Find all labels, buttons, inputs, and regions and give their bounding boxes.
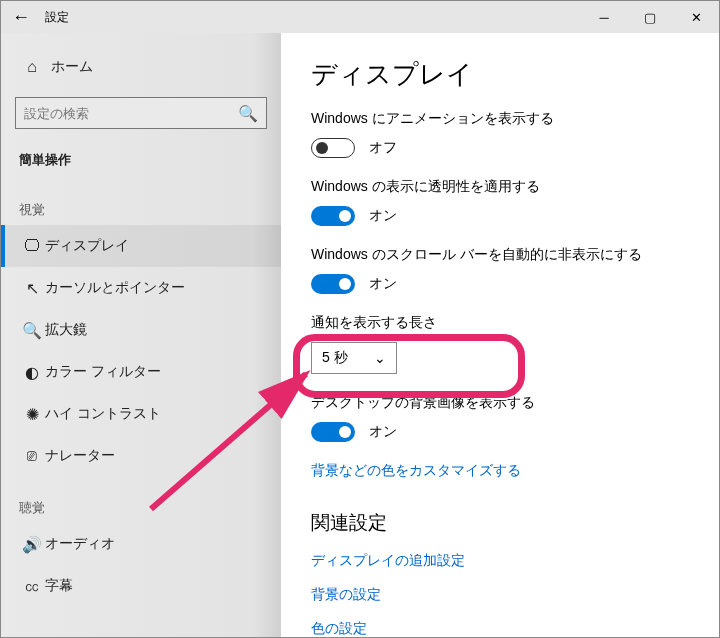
nav-label: ナレーター: [45, 447, 115, 465]
setting-transparency: Windows の表示に透明性を適用する オン: [311, 178, 719, 226]
home-label: ホーム: [45, 58, 93, 76]
window-title: 設定: [41, 9, 69, 26]
back-button[interactable]: ←: [1, 1, 41, 33]
high-contrast-icon: ✺: [19, 405, 45, 424]
nav-label: ハイ コントラスト: [45, 405, 161, 423]
page-title: ディスプレイ: [311, 57, 719, 92]
toggle-state: オン: [369, 275, 397, 293]
nav-label: オーディオ: [45, 535, 115, 553]
sidebar: ⌂ ホーム 🔍 簡単操作 視覚 🖵 ディスプレイ ↖ カーソルとポインター 🔍 …: [1, 33, 281, 637]
setting-scrollbar: Windows のスクロール バーを自動的に非表示にする オン: [311, 246, 719, 294]
customize-colors-link[interactable]: 背景などの色をカスタマイズする: [311, 462, 719, 480]
setting-desktop-bg: デスクトップの背景画像を表示する オン: [311, 394, 719, 442]
nav-magnifier[interactable]: 🔍 拡大鏡: [1, 309, 281, 351]
nav-label: カラー フィルター: [45, 363, 161, 381]
title-bar: ← 設定 ─ ▢ ✕: [1, 1, 719, 33]
narrator-icon: ⎚: [19, 447, 45, 465]
search-box[interactable]: 🔍: [15, 97, 267, 129]
desktop-bg-toggle[interactable]: [311, 422, 355, 442]
home-button[interactable]: ⌂ ホーム: [1, 47, 281, 87]
setting-animations: Windows にアニメーションを表示する オフ: [311, 110, 719, 158]
nav-captions[interactable]: ㏄ 字幕: [1, 565, 281, 607]
animations-toggle[interactable]: [311, 138, 355, 158]
close-button[interactable]: ✕: [673, 1, 719, 33]
toggle-state: オン: [369, 207, 397, 225]
magnifier-icon: 🔍: [19, 321, 45, 340]
setting-label: 通知を表示する長さ: [311, 314, 719, 332]
group-vision-label: 視覚: [1, 179, 281, 225]
minimize-button[interactable]: ─: [581, 1, 627, 33]
related-color-link[interactable]: 色の設定: [311, 620, 719, 637]
search-icon: 🔍: [238, 104, 258, 123]
color-filter-icon: ◐: [19, 363, 45, 382]
home-icon: ⌂: [19, 58, 45, 76]
nav-label: 拡大鏡: [45, 321, 87, 339]
toggle-state: オン: [369, 423, 397, 441]
nav-color-filter[interactable]: ◐ カラー フィルター: [1, 351, 281, 393]
section-header: 簡単操作: [1, 143, 281, 179]
group-hearing-label: 聴覚: [1, 477, 281, 523]
nav-label: カーソルとポインター: [45, 279, 185, 297]
setting-label: Windows のスクロール バーを自動的に非表示にする: [311, 246, 719, 264]
scrollbar-toggle[interactable]: [311, 274, 355, 294]
related-background-link[interactable]: 背景の設定: [311, 586, 719, 604]
maximize-button[interactable]: ▢: [627, 1, 673, 33]
transparency-toggle[interactable]: [311, 206, 355, 226]
setting-label: Windows にアニメーションを表示する: [311, 110, 719, 128]
nav-high-contrast[interactable]: ✺ ハイ コントラスト: [1, 393, 281, 435]
annotation-highlight: [293, 334, 525, 398]
display-icon: 🖵: [19, 237, 45, 255]
nav-label: 字幕: [45, 577, 73, 595]
nav-label: ディスプレイ: [45, 237, 129, 255]
captions-icon: ㏄: [19, 576, 45, 597]
audio-icon: 🔊: [19, 535, 45, 554]
toggle-state: オフ: [369, 139, 397, 157]
cursor-icon: ↖: [19, 279, 45, 298]
nav-cursor[interactable]: ↖ カーソルとポインター: [1, 267, 281, 309]
search-input[interactable]: [24, 106, 238, 121]
nav-audio[interactable]: 🔊 オーディオ: [1, 523, 281, 565]
related-display-link[interactable]: ディスプレイの追加設定: [311, 552, 719, 570]
nav-display[interactable]: 🖵 ディスプレイ: [1, 225, 281, 267]
related-heading: 関連設定: [311, 510, 719, 536]
setting-label: Windows の表示に透明性を適用する: [311, 178, 719, 196]
nav-narrator[interactable]: ⎚ ナレーター: [1, 435, 281, 477]
